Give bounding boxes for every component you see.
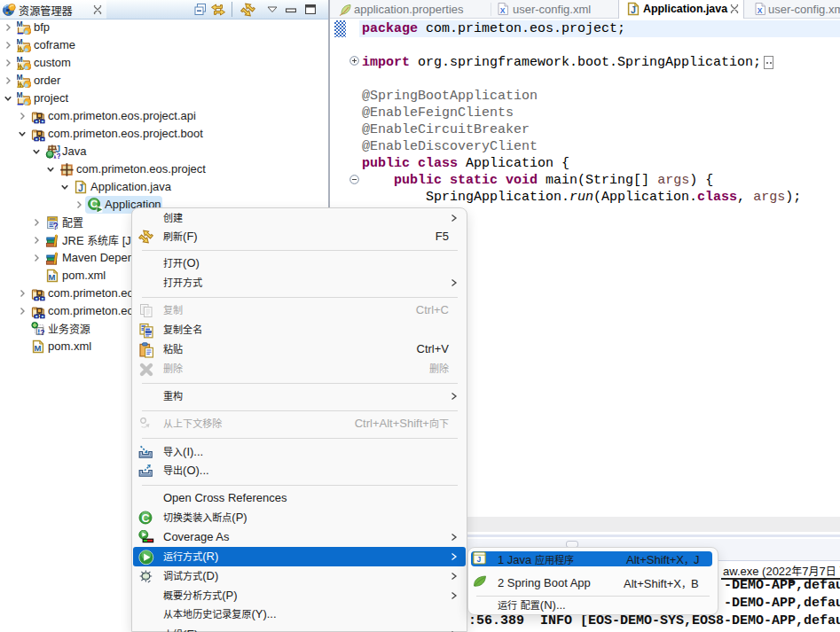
svg-text:M: M (17, 20, 22, 28)
svg-text:?: ? (57, 152, 60, 160)
svg-text:M: M (17, 56, 22, 64)
svg-text:J: J (78, 183, 83, 193)
svg-text:M: M (35, 343, 42, 353)
svg-text:?: ? (40, 328, 44, 337)
svg-text:J: J (477, 555, 482, 564)
svg-text:J: J (631, 4, 636, 15)
svg-text:M: M (49, 272, 56, 282)
svg-text:C: C (141, 512, 149, 525)
svg-text:?: ? (53, 222, 59, 230)
svg-text:M: M (17, 38, 22, 46)
svg-text:X: X (500, 6, 506, 15)
svg-text:M: M (17, 74, 22, 82)
svg-text:X: X (758, 6, 763, 15)
svg-text:M: M (17, 91, 22, 99)
